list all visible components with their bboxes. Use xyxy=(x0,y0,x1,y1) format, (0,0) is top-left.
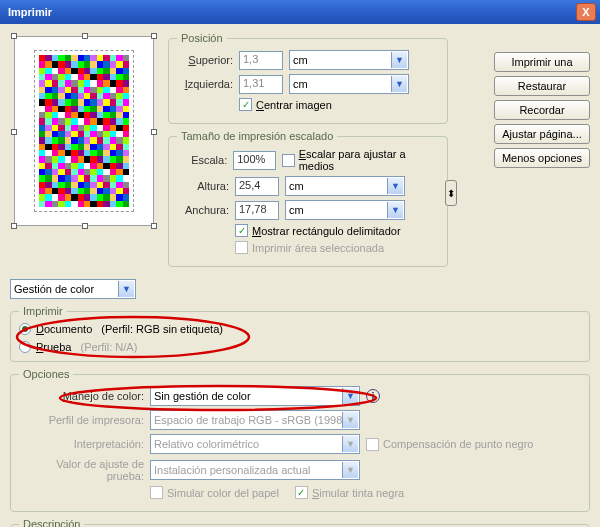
top-input[interactable]: 1,3 xyxy=(239,51,283,70)
proof-label: Prueba xyxy=(36,341,71,353)
chevron-down-icon: ▼ xyxy=(391,76,407,92)
document-radio[interactable]: Documento (Perfil: RGB sin etiqueta) xyxy=(19,323,581,335)
center-image-label: Centrar imagen xyxy=(256,99,332,111)
checkbox-icon xyxy=(282,154,295,167)
chevron-down-icon: ▼ xyxy=(118,281,134,297)
top-unit-select[interactable]: cm▼ xyxy=(289,50,409,70)
close-icon: X xyxy=(582,6,589,18)
document-label: Documento xyxy=(36,323,92,335)
link-icon[interactable]: ⬍ xyxy=(445,180,457,206)
dialog-client: Imprimir una Restaurar Recordar Ajustar … xyxy=(0,24,600,527)
preview-color-chart xyxy=(35,51,133,211)
options-group: Opciones Manejo de color: Sin gestión de… xyxy=(10,368,590,512)
scale-input[interactable]: 100% xyxy=(233,151,276,170)
radio-icon xyxy=(19,323,31,335)
document-profile: (Perfil: RGB sin etiqueta) xyxy=(101,323,223,335)
chevron-down-icon: ▼ xyxy=(342,436,358,452)
sim-paper-label: Simular color del papel xyxy=(167,487,279,499)
fit-media-checkbox[interactable]: Escalar para ajustar a medios xyxy=(282,148,439,172)
print-legend: Imprimir xyxy=(19,305,67,317)
scaled-size-legend: Tamaño de impresión escalado xyxy=(177,130,337,142)
chevron-down-icon: ▼ xyxy=(342,388,358,404)
fit-media-label: Escalar para ajustar a medios xyxy=(299,148,439,172)
remember-button[interactable]: Recordar xyxy=(494,100,590,120)
printer-profile-select: Espacio de trabajo RGB - sRGB (1998)▼ xyxy=(150,410,360,430)
proof-adjust-label: Valor de ajuste de prueba: xyxy=(19,458,144,482)
checkbox-icon xyxy=(366,438,379,451)
options-legend: Opciones xyxy=(19,368,73,380)
description-legend: Descripción xyxy=(19,518,84,527)
right-button-rail: Imprimir una Restaurar Recordar Ajustar … xyxy=(494,52,590,168)
bpc-checkbox: Compensación de punto negro xyxy=(366,438,533,451)
checkbox-icon xyxy=(150,486,163,499)
printer-profile-label: Perfil de impresora: xyxy=(19,414,144,426)
print-group: Imprimir Documento (Perfil: RGB sin etiq… xyxy=(10,305,590,362)
checkbox-icon: ✓ xyxy=(235,224,248,237)
chevron-down-icon: ▼ xyxy=(391,52,407,68)
top-label: Superior: xyxy=(177,54,233,66)
scale-label: Escala: xyxy=(177,154,227,166)
sim-ink-label: Simular tinta negra xyxy=(312,487,404,499)
show-bbox-label: Mostrar rectángulo delimitador xyxy=(252,225,401,237)
rendering-intent-select: Relativo colorimétrico▼ xyxy=(150,434,360,454)
bpc-label: Compensación de punto negro xyxy=(383,438,533,450)
title-bar: Imprimir X xyxy=(0,0,600,24)
checkbox-icon: ✓ xyxy=(295,486,308,499)
rendering-intent-label: Interpretación: xyxy=(19,438,144,450)
color-handling-select[interactable]: Sin gestión de color▼ xyxy=(150,386,360,406)
height-label: Altura: xyxy=(177,180,229,192)
chevron-down-icon: ▼ xyxy=(342,462,358,478)
width-label: Anchura: xyxy=(177,204,229,216)
height-input[interactable]: 25,4 xyxy=(235,177,279,196)
left-input[interactable]: 1,31 xyxy=(239,75,283,94)
center-image-checkbox[interactable]: ✓ Centrar imagen xyxy=(239,98,332,111)
show-bbox-checkbox[interactable]: ✓ Mostrar rectángulo delimitador xyxy=(235,224,401,237)
chevron-down-icon: ▼ xyxy=(387,178,403,194)
proof-profile: (Perfil: N/A) xyxy=(80,341,137,353)
print-selected-checkbox: Imprimir área seleccionada xyxy=(235,241,384,254)
scaled-size-group: Tamaño de impresión escalado Escala: 100… xyxy=(168,130,448,267)
page-setup-button[interactable]: Ajustar página... xyxy=(494,124,590,144)
position-legend: Posición xyxy=(177,32,227,44)
checkbox-icon: ✓ xyxy=(239,98,252,111)
window-title: Imprimir xyxy=(8,6,52,18)
chevron-down-icon: ▼ xyxy=(387,202,403,218)
checkbox-icon xyxy=(235,241,248,254)
print-preview xyxy=(14,36,154,226)
close-button[interactable]: X xyxy=(576,3,596,21)
width-unit-select[interactable]: cm▼ xyxy=(285,200,405,220)
chevron-down-icon: ▼ xyxy=(342,412,358,428)
sim-paper-checkbox: Simular color del papel xyxy=(150,486,279,499)
description-group: Descripción xyxy=(10,518,590,527)
restore-button[interactable]: Restaurar xyxy=(494,76,590,96)
color-handling-label: Manejo de color: xyxy=(19,390,144,402)
fewer-options-button[interactable]: Menos opciones xyxy=(494,148,590,168)
width-input[interactable]: 17,78 xyxy=(235,201,279,220)
position-group: Posición Superior: 1,3 cm▼ Izquierda: 1,… xyxy=(168,32,448,124)
left-unit-select[interactable]: cm▼ xyxy=(289,74,409,94)
print-selected-label: Imprimir área seleccionada xyxy=(252,242,384,254)
proof-radio[interactable]: Prueba (Perfil: N/A) xyxy=(19,341,581,353)
sim-ink-checkbox: ✓ Simular tinta negra xyxy=(295,486,404,499)
height-unit-select[interactable]: cm▼ xyxy=(285,176,405,196)
info-icon[interactable]: i xyxy=(366,389,380,403)
proof-adjust-select: Instalación personalizada actual▼ xyxy=(150,460,360,480)
radio-icon xyxy=(19,341,31,353)
left-label: Izquierda: xyxy=(177,78,233,90)
section-mode-select[interactable]: Gestión de color ▼ xyxy=(10,279,136,299)
print-one-button[interactable]: Imprimir una xyxy=(494,52,590,72)
